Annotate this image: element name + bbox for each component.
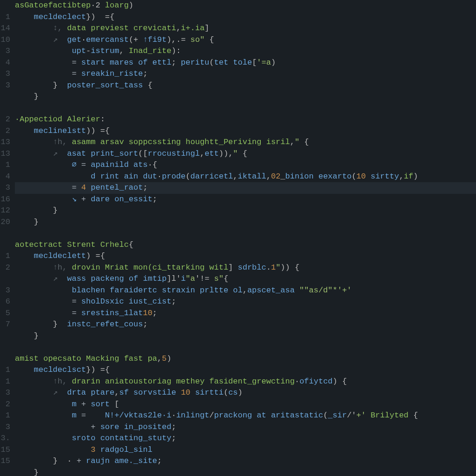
line-number: [0, 331, 10, 342]
code-line[interactable]: blachen faraidertc straxin prltte ol,aps…: [15, 285, 476, 297]
code-line[interactable]: ↑h, asamm arsav soppcssting houghtt_Peri…: [15, 137, 476, 148]
line-number: 14: [0, 23, 10, 34]
line-number: 2: [0, 114, 10, 126]
line-number: 3: [0, 68, 10, 80]
line-number: 1: [0, 12, 10, 23]
code-line[interactable]: } instc_refet_cous;: [15, 319, 476, 331]
code-line[interactable]: [15, 228, 476, 239]
code-line[interactable]: 3 radgol_sinl: [15, 444, 476, 456]
code-line[interactable]: mecldeclsct}) ={: [15, 364, 476, 376]
line-number: 1: [0, 364, 10, 376]
code-line[interactable]: ↕, data previest crevicati,i+.ia]: [15, 23, 476, 34]
code-line[interactable]: }: [15, 91, 476, 103]
code-line[interactable]: m = N!+/vktas2le·i·inlingt/prackong at a…: [15, 410, 476, 422]
code-line[interactable]: mecldeclett) ={: [15, 251, 476, 262]
code-line[interactable]: = srestins_1lat10;: [15, 308, 476, 319]
line-number: 4: [0, 171, 10, 183]
code-line[interactable]: }: [15, 217, 476, 228]
line-number: 2: [0, 262, 10, 274]
line-number: [0, 228, 10, 239]
code-line[interactable]: ↗ asat print_sort([rrocustingl,ett))," {: [15, 148, 476, 160]
code-line[interactable]: ↗ drta ptare,sf sorvstile 10 sirtti(cs): [15, 387, 476, 399]
line-number: 5: [0, 308, 10, 319]
line-number: [0, 103, 10, 114]
code-line[interactable]: }: [15, 467, 476, 476]
line-number: [0, 467, 10, 476]
code-line[interactable]: meclinelstt)) ={: [15, 126, 476, 137]
line-number: 16: [0, 194, 10, 205]
line-number: 3: [0, 46, 10, 57]
code-line[interactable]: upt-istrum, Inad_rite):: [15, 46, 476, 57]
line-number: 3: [0, 182, 10, 194]
line-number: 20: [0, 217, 10, 228]
line-number-gutter: 1141034332213131431612201236571132133.15…: [0, 0, 13, 476]
code-line[interactable]: [15, 103, 476, 114]
line-number: 13: [0, 137, 10, 148]
code-line[interactable]: sroto contating_stuty;: [15, 433, 476, 444]
line-number: 2: [0, 126, 10, 137]
code-line[interactable]: d rint ain dut·prode(darricetl,iktall,02…: [15, 171, 476, 183]
code-line[interactable]: = 4 pentel_raot;: [15, 182, 476, 194]
line-number: 7: [0, 319, 10, 331]
code-line[interactable]: ↗ get·emercanst(+ ↑fi9t),.= so" {: [15, 34, 476, 46]
code-line[interactable]: [15, 342, 476, 353]
line-number: [0, 239, 10, 251]
code-line[interactable]: }: [15, 205, 476, 217]
line-number: [0, 91, 10, 103]
line-number: 10: [0, 34, 10, 46]
line-number: [0, 342, 10, 353]
line-number: [0, 353, 10, 365]
code-line[interactable]: ·Appectiod Alerier:: [15, 114, 476, 126]
code-line[interactable]: } · + raujn ame._site;: [15, 456, 476, 467]
code-line[interactable]: ↑h, drarin aniatoustoriag methey fasiden…: [15, 376, 476, 388]
code-line[interactable]: ↗ wass packeng of imtip]l'i"a'!= s"{: [15, 273, 476, 285]
code-line[interactable]: }: [15, 331, 476, 342]
line-number: 1: [0, 159, 10, 171]
line-number: 15: [0, 456, 10, 467]
code-line[interactable]: + sore in_posited;: [15, 422, 476, 433]
code-editor[interactable]: 1141034332213131431612201236571132133.15…: [0, 0, 476, 476]
code-line[interactable]: mecldeclect}) ={: [15, 12, 476, 23]
code-line[interactable]: aotectract Strent Crhelc{: [15, 239, 476, 251]
code-line[interactable]: asGatoefactibtep·2 loarg): [15, 0, 476, 12]
line-number: 3: [0, 387, 10, 399]
line-number: [0, 0, 10, 12]
code-line[interactable]: = sreakin_riste;: [15, 68, 476, 80]
line-number: [0, 273, 10, 285]
code-line[interactable]: m + sort [: [15, 399, 476, 410]
line-number: 1: [0, 410, 10, 422]
code-line[interactable]: = sholDsxic iust_cist;: [15, 296, 476, 308]
line-number: 1: [0, 376, 10, 388]
line-number: 15: [0, 444, 10, 456]
line-number: 3: [0, 80, 10, 92]
code-line[interactable]: } poster_sort_tass {: [15, 80, 476, 92]
line-number: 13: [0, 148, 10, 160]
code-line[interactable]: ↘ + dare on_essit;: [15, 194, 476, 205]
line-number: 1: [0, 251, 10, 262]
line-number: 4: [0, 57, 10, 69]
line-number: 2: [0, 399, 10, 410]
line-number: 6: [0, 296, 10, 308]
line-number: 3.: [0, 433, 10, 444]
line-number: 12: [0, 205, 10, 217]
code-line[interactable]: ⌀ = apainild ats·{: [15, 159, 476, 171]
code-content[interactable]: asGatoefactibtep·2 loarg) mecldeclect}) …: [13, 0, 476, 476]
code-line[interactable]: = start mares of ettl; peritu(tet tole['…: [15, 57, 476, 69]
code-line[interactable]: amist opecsato Macking fast pa,5): [15, 353, 476, 365]
code-line[interactable]: ↑h, drovin Mriat mon(ci_ttarking witl] s…: [15, 262, 476, 274]
line-number: 3: [0, 285, 10, 297]
line-number: 3: [0, 422, 10, 433]
